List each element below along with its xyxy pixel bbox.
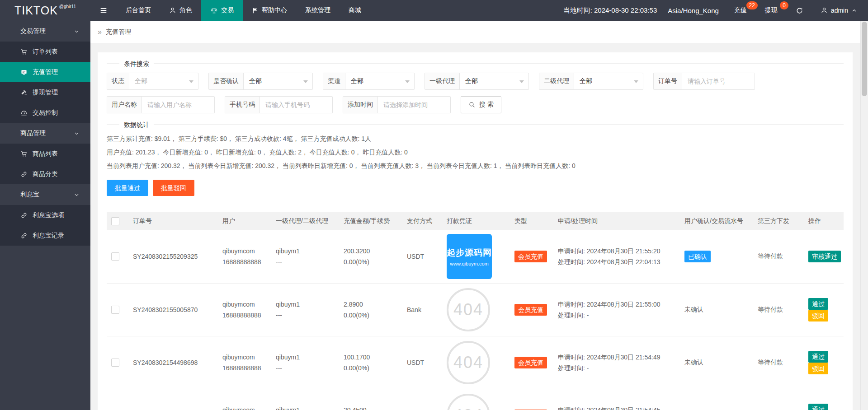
nav-item-roles[interactable]: 角色 <box>160 0 201 21</box>
flag-icon <box>252 7 259 14</box>
filter-agent2: 二级代理全部 <box>539 73 643 90</box>
sidebar-item-recharge-manage[interactable]: 充值管理 <box>0 62 90 82</box>
voucher-404-placeholder: 404 <box>447 341 490 384</box>
actions-cell: 通过驳回 <box>804 336 844 389</box>
table-row: SY2408302154498698qibuymcom16888888888qi… <box>107 336 844 389</box>
column-header: 支付方式 <box>402 212 442 230</box>
action-approve-button[interactable]: 审核通过 <box>808 251 841 262</box>
sidebar-item-label: 利息宝选项 <box>33 211 64 219</box>
page-title: 充值管理 <box>106 28 131 36</box>
filter-status-value: 全部 <box>135 77 147 85</box>
table-row: SY2408302155209325qibuymcom16888888888qi… <box>107 230 844 283</box>
filter-confirm-select[interactable]: 全部 <box>244 73 312 89</box>
sidebar-item-withdraw-manage[interactable]: 提现管理 <box>0 82 90 102</box>
sidebar-submenu-trade-manage: 订单列表充值管理提现管理交易控制 <box>0 42 90 123</box>
order-no: SY2408302155005870 <box>133 306 198 313</box>
sidebar-item-lixibao-options[interactable]: 利息宝选项 <box>0 205 90 225</box>
filter-agent2-label: 二级代理 <box>539 73 574 89</box>
batch-approve-button[interactable]: 批量通过 <box>107 180 148 196</box>
sidebar-group-trade-manage[interactable]: 交易管理 <box>0 21 90 42</box>
filter-agent2-select[interactable]: 全部 <box>574 73 643 89</box>
confirm-badge: 已确认 <box>684 251 711 262</box>
handle-time: 处理时间: - <box>558 363 675 373</box>
row-checkbox[interactable] <box>111 252 119 261</box>
order-no-cell: SY2408302154453581 <box>128 389 218 410</box>
filter-add-time-input[interactable] <box>378 97 450 113</box>
sidebar-item-lixibao-records[interactable]: 利息宝记录 <box>0 225 90 246</box>
table-row: SY2408302155005870qibuymcom16888888888qi… <box>107 283 844 336</box>
action-approve-button[interactable]: 通过 <box>808 298 828 310</box>
sidebar-item-goods-list[interactable]: 商品列表 <box>0 144 90 164</box>
sidebar-item-goods-category[interactable]: 商品分类 <box>0 164 90 184</box>
chevron-down-icon <box>74 130 80 136</box>
agent-level2: --- <box>276 310 335 321</box>
scrollbar-thumb[interactable] <box>862 22 867 96</box>
voucher-image[interactable]: 起步源码网www.qibuym.com <box>447 234 492 279</box>
filter-agent1-select[interactable]: 全部 <box>460 73 528 89</box>
nav-item-label: 后台首页 <box>126 6 151 14</box>
filter-status: 状态全部 <box>107 73 198 90</box>
stats-lines: 第三方累计充值: $9.01， 第三方手续费: $0， 第三方成功收款: 4笔，… <box>107 132 844 172</box>
user-phone: 16888888888 <box>222 256 267 267</box>
agent-cell: qibuym1--- <box>271 389 339 410</box>
recharge-notice-button[interactable]: 充值 22 <box>725 0 756 21</box>
dropdown-caret-icon <box>519 80 524 83</box>
user-phone: 16888888888 <box>222 310 267 321</box>
recharge-table: 订单号用户一级代理/二级代理充值金额/手续费支付方式打款凭证类型申请/处理时间用… <box>107 212 844 410</box>
scales-icon <box>210 7 218 14</box>
apply-time: 申请时间: 2024年08月30日 21:55:20 <box>558 246 675 256</box>
filter-agent1-value: 全部 <box>465 77 478 85</box>
card: 条件搜索 状态全部是否确认全部渠道全部一级代理全部二级代理全部订单号 用户名称手… <box>98 52 853 410</box>
sidebar-item-label: 提现管理 <box>33 89 58 97</box>
amount-cell: 20.45000.00(0%) <box>339 389 402 410</box>
filter-phone: 手机号码 <box>225 96 333 113</box>
action-approve-button[interactable]: 通过 <box>808 351 828 363</box>
hamburger-icon <box>99 6 108 14</box>
hamburger-button[interactable] <box>90 0 117 21</box>
filter-status-select[interactable]: 全部 <box>129 73 198 89</box>
nav-item-label: 商城 <box>349 6 361 14</box>
action-reject-button[interactable]: 驳回 <box>808 310 828 321</box>
breadcrumb: » 充值管理 <box>90 21 868 43</box>
nav-item-system[interactable]: 系统管理 <box>296 0 340 21</box>
third-party-status: 等待付款 <box>758 252 783 260</box>
user-menu[interactable]: admin <box>812 0 868 21</box>
pay-method-cell: USDT <box>402 389 442 410</box>
sidebar-item-label: 充值管理 <box>33 68 58 76</box>
batch-reject-button[interactable]: 批量驳回 <box>153 180 194 196</box>
user-name: qibuymcom <box>222 352 267 363</box>
nav-item-mall[interactable]: 商城 <box>340 0 370 21</box>
nav-item-trade[interactable]: 交易 <box>201 0 243 21</box>
order-no-cell: SY2408302155209325 <box>128 230 218 283</box>
row-checkbox[interactable] <box>111 359 119 367</box>
sidebar-group-label: 商品管理 <box>20 129 46 137</box>
filter-confirm-label: 是否确认 <box>209 73 244 89</box>
withdraw-notice-button[interactable]: 提现 0 <box>756 0 787 21</box>
amount-cell: 100.17000.00(0%) <box>339 336 402 389</box>
nav-item-home[interactable]: 后台首页 <box>117 0 160 21</box>
sidebar-group-goods-manage[interactable]: 商品管理 <box>0 123 90 144</box>
order-no: SY2408302154498698 <box>133 359 198 366</box>
sidebar-item-order-list[interactable]: 订单列表 <box>0 42 90 62</box>
recharge-amount: 100.1700 <box>344 352 398 363</box>
sidebar-item-trade-control[interactable]: 交易控制 <box>0 102 90 123</box>
select-all-checkbox[interactable] <box>111 217 119 225</box>
apply-time: 申请时间: 2024年08月30日 21:55:00 <box>558 299 675 310</box>
sidebar-group-lixibao[interactable]: 利息宝 <box>0 184 90 205</box>
filter-channel-label: 渠道 <box>323 73 345 89</box>
search-button[interactable]: 搜 索 <box>461 96 501 113</box>
stat-line: 当前列表用户充值: 200.32， 当前列表今日新增充值: 200.32， 当前… <box>107 159 844 172</box>
filter-phone-input[interactable] <box>260 97 332 113</box>
refresh-button[interactable] <box>787 0 812 21</box>
user-phone: 16888888888 <box>222 363 267 373</box>
nav-item-help[interactable]: 帮助中心 <box>243 0 296 21</box>
filter-order-no-input[interactable] <box>682 73 755 89</box>
filter-row-2: 用户名称手机号码添加时间搜 索 <box>107 96 844 113</box>
vertical-scrollbar <box>860 21 868 410</box>
action-reject-button[interactable]: 驳回 <box>808 363 828 374</box>
action-approve-button[interactable]: 通过 <box>808 404 828 410</box>
filter-username-input[interactable] <box>142 97 214 113</box>
row-checkbox[interactable] <box>111 306 119 314</box>
filter-channel-select[interactable]: 全部 <box>345 73 414 89</box>
logo[interactable]: TIKTOK @ghir11 <box>0 0 90 21</box>
